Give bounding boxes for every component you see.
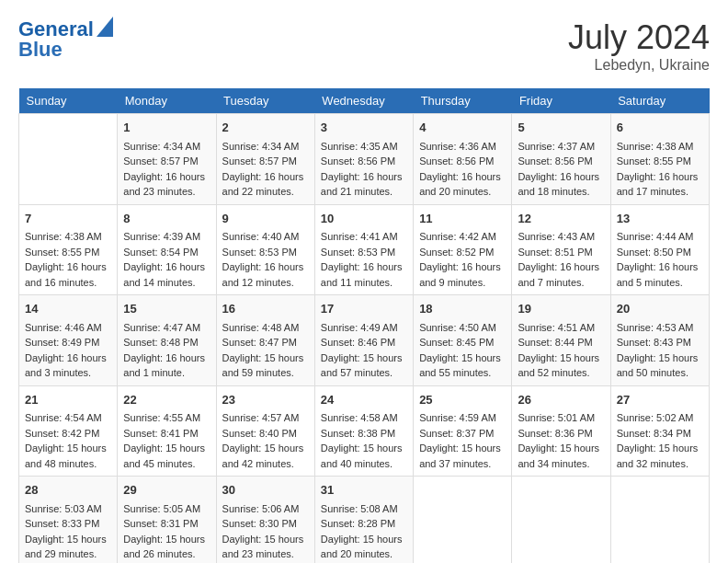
day-number: 3 — [321, 119, 407, 137]
sunset-text: Sunset: 8:52 PM — [419, 247, 494, 258]
sunrise-text: Sunrise: 4:35 AM — [321, 141, 398, 152]
sunset-text: Sunset: 8:49 PM — [25, 337, 99, 348]
day-number: 23 — [222, 391, 309, 409]
header-sunday: Sunday — [19, 88, 118, 114]
sunrise-text: Sunrise: 4:34 AM — [123, 141, 200, 152]
svg-marker-0 — [97, 17, 113, 37]
sunset-text: Sunset: 8:31 PM — [123, 518, 198, 529]
daylight-text: Daylight: 16 hours and 17 minutes. — [617, 171, 699, 198]
title-area: July 2024 Lebedyn, Ukraine — [568, 18, 710, 74]
daylight-text: Daylight: 16 hours and 16 minutes. — [25, 261, 107, 288]
sunrise-text: Sunrise: 4:51 AM — [518, 322, 595, 333]
day-number: 4 — [419, 119, 506, 137]
daylight-text: Daylight: 16 hours and 5 minutes. — [617, 261, 699, 288]
day-number: 11 — [419, 210, 506, 228]
day-number: 20 — [617, 300, 703, 318]
daylight-text: Daylight: 16 hours and 7 minutes. — [518, 261, 599, 288]
calendar-cell: 5Sunrise: 4:37 AMSunset: 8:56 PMDaylight… — [512, 114, 610, 205]
daylight-text: Daylight: 16 hours and 11 minutes. — [321, 261, 403, 288]
sunset-text: Sunset: 8:42 PM — [25, 428, 99, 439]
daylight-text: Daylight: 15 hours and 57 minutes. — [321, 352, 403, 379]
daylight-text: Daylight: 15 hours and 55 minutes. — [419, 352, 501, 379]
calendar-cell: 13Sunrise: 4:44 AMSunset: 8:50 PMDayligh… — [610, 204, 709, 295]
daylight-text: Daylight: 16 hours and 1 minute. — [123, 352, 205, 379]
day-number: 9 — [222, 210, 309, 228]
sunset-text: Sunset: 8:56 PM — [321, 155, 395, 167]
daylight-text: Daylight: 15 hours and 59 minutes. — [222, 352, 304, 379]
location-subtitle: Lebedyn, Ukraine — [568, 57, 710, 74]
daylight-text: Daylight: 16 hours and 20 minutes. — [419, 171, 501, 198]
calendar-cell: 9Sunrise: 4:40 AMSunset: 8:53 PMDaylight… — [216, 204, 314, 295]
calendar-cell: 28Sunrise: 5:03 AMSunset: 8:33 PMDayligh… — [19, 477, 118, 564]
header-friday: Friday — [512, 88, 610, 114]
sunset-text: Sunset: 8:48 PM — [123, 337, 198, 348]
day-number: 22 — [123, 391, 210, 409]
day-number: 1 — [123, 119, 210, 137]
calendar-cell: 27Sunrise: 5:02 AMSunset: 8:34 PMDayligh… — [610, 385, 709, 477]
calendar-cell: 8Sunrise: 4:39 AMSunset: 8:54 PMDaylight… — [118, 204, 216, 295]
sunset-text: Sunset: 8:36 PM — [518, 428, 592, 439]
sunset-text: Sunset: 8:45 PM — [419, 337, 494, 348]
sunrise-text: Sunrise: 5:01 AM — [518, 412, 595, 423]
sunrise-text: Sunrise: 5:05 AM — [123, 503, 200, 514]
sunrise-text: Sunrise: 4:43 AM — [518, 231, 595, 242]
sunrise-text: Sunrise: 4:59 AM — [419, 412, 496, 423]
daylight-text: Daylight: 15 hours and 42 minutes. — [222, 442, 304, 469]
calendar-cell: 11Sunrise: 4:42 AMSunset: 8:52 PMDayligh… — [414, 204, 512, 295]
sunset-text: Sunset: 8:55 PM — [25, 247, 99, 258]
sunset-text: Sunset: 8:40 PM — [222, 428, 297, 439]
day-number: 29 — [123, 481, 210, 500]
sunset-text: Sunset: 8:34 PM — [617, 428, 691, 439]
calendar-table: SundayMondayTuesdayWednesdayThursdayFrid… — [18, 88, 710, 563]
sunrise-text: Sunrise: 5:03 AM — [25, 503, 102, 514]
sunrise-text: Sunrise: 4:44 AM — [617, 231, 694, 242]
calendar-cell: 24Sunrise: 4:58 AMSunset: 8:38 PMDayligh… — [314, 385, 413, 477]
sunset-text: Sunset: 8:57 PM — [123, 155, 198, 167]
header-saturday: Saturday — [610, 88, 709, 114]
sunset-text: Sunset: 8:51 PM — [518, 247, 592, 258]
logo-blue: Blue — [18, 39, 113, 61]
calendar-cell: 4Sunrise: 4:36 AMSunset: 8:56 PMDaylight… — [414, 114, 512, 205]
sunrise-text: Sunrise: 4:58 AM — [321, 412, 398, 423]
daylight-text: Daylight: 15 hours and 48 minutes. — [25, 442, 107, 469]
calendar-cell: 7Sunrise: 4:38 AMSunset: 8:55 PMDaylight… — [19, 204, 118, 295]
daylight-text: Daylight: 16 hours and 23 minutes. — [123, 171, 205, 198]
daylight-text: Daylight: 15 hours and 23 minutes. — [222, 534, 304, 560]
day-number: 31 — [321, 481, 407, 500]
sunrise-text: Sunrise: 4:36 AM — [419, 141, 496, 152]
daylight-text: Daylight: 15 hours and 32 minutes. — [617, 442, 699, 469]
calendar-cell: 31Sunrise: 5:08 AMSunset: 8:28 PMDayligh… — [314, 477, 413, 564]
sunset-text: Sunset: 8:56 PM — [518, 155, 592, 167]
daylight-text: Daylight: 16 hours and 18 minutes. — [518, 171, 599, 198]
month-year-title: July 2024 — [568, 18, 710, 57]
sunset-text: Sunset: 8:53 PM — [222, 247, 297, 258]
day-number: 21 — [25, 391, 111, 409]
sunset-text: Sunset: 8:50 PM — [617, 247, 691, 258]
sunrise-text: Sunrise: 4:57 AM — [222, 412, 300, 423]
day-number: 7 — [25, 210, 111, 228]
sunrise-text: Sunrise: 4:39 AM — [123, 231, 200, 242]
sunset-text: Sunset: 8:44 PM — [518, 337, 592, 348]
calendar-cell: 22Sunrise: 4:55 AMSunset: 8:41 PMDayligh… — [118, 385, 216, 477]
calendar-cell: 30Sunrise: 5:06 AMSunset: 8:30 PMDayligh… — [216, 477, 314, 564]
sunset-text: Sunset: 8:33 PM — [25, 518, 99, 529]
daylight-text: Daylight: 16 hours and 12 minutes. — [222, 261, 304, 288]
sunset-text: Sunset: 8:56 PM — [419, 155, 494, 167]
day-number: 24 — [321, 391, 407, 409]
sunrise-text: Sunrise: 4:40 AM — [222, 231, 300, 242]
day-number: 28 — [25, 481, 111, 500]
daylight-text: Daylight: 15 hours and 26 minutes. — [123, 534, 205, 560]
sunrise-text: Sunrise: 4:49 AM — [321, 322, 398, 333]
calendar-cell: 26Sunrise: 5:01 AMSunset: 8:36 PMDayligh… — [512, 385, 610, 477]
sunset-text: Sunset: 8:47 PM — [222, 337, 297, 348]
day-number: 16 — [222, 300, 309, 318]
sunrise-text: Sunrise: 4:34 AM — [222, 141, 300, 152]
calendar-cell: 15Sunrise: 4:47 AMSunset: 8:48 PMDayligh… — [118, 295, 216, 386]
sunset-text: Sunset: 8:41 PM — [123, 428, 198, 439]
sunrise-text: Sunrise: 4:38 AM — [617, 141, 694, 152]
week-row-1: 1Sunrise: 4:34 AMSunset: 8:57 PMDaylight… — [19, 114, 710, 205]
sunrise-text: Sunrise: 4:41 AM — [321, 231, 398, 242]
calendar-header-row: SundayMondayTuesdayWednesdayThursdayFrid… — [19, 88, 710, 114]
daylight-text: Daylight: 15 hours and 34 minutes. — [518, 442, 599, 469]
daylight-text: Daylight: 15 hours and 50 minutes. — [617, 352, 699, 379]
